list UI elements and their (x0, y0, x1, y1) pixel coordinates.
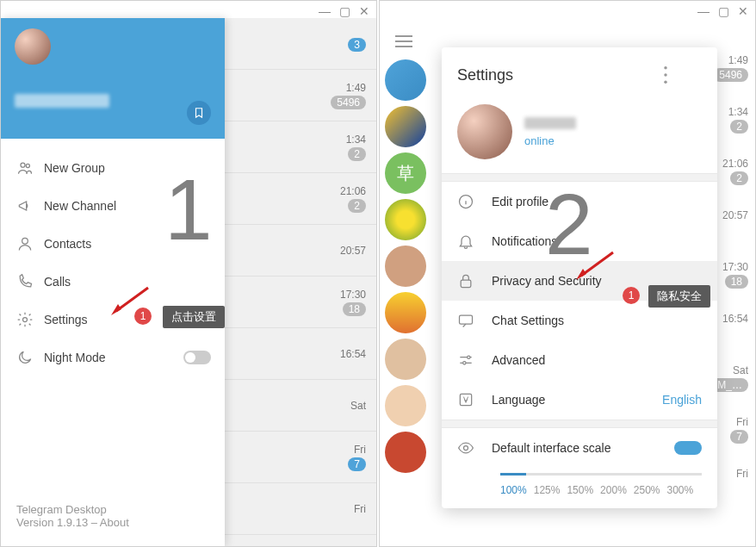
profile-section[interactable]: online (442, 96, 717, 173)
scale-toggle[interactable] (674, 441, 702, 455)
svg-rect-10 (460, 315, 473, 324)
chat-avatar[interactable] (385, 292, 426, 333)
user-name (15, 94, 109, 108)
chat-time: 17:30 (340, 289, 366, 301)
svg-point-6 (664, 73, 667, 77)
interface-scale-item[interactable]: Default interface scale (442, 428, 717, 468)
maximize-button[interactable]: ▢ (339, 4, 350, 18)
settings-item-lang[interactable]: LanguageEnglish (442, 380, 717, 420)
chat-time: 1:34 (728, 106, 748, 118)
svg-point-1 (26, 164, 29, 167)
eye-icon (457, 439, 492, 457)
settings-label: Edit profile (492, 195, 548, 208)
chat-avatar[interactable] (385, 339, 426, 380)
chat-time: 16:54 (722, 313, 748, 325)
svg-point-12 (463, 362, 466, 364)
chat-time: 20:57 (722, 209, 748, 221)
settings-item-adv[interactable]: Advanced (442, 340, 717, 380)
settings-label: Chat Settings (492, 314, 564, 327)
unread-badge: 5496 (713, 68, 748, 82)
scale-option[interactable]: 125% (534, 484, 561, 496)
chat-time: Fri (354, 503, 366, 515)
chat-avatar[interactable] (385, 385, 426, 426)
chat-time: Fri (354, 444, 366, 456)
chat-avatar[interactable] (385, 246, 426, 287)
unread-badge: 7 (730, 430, 748, 444)
chat-meta-column: 1:4954961:34221:06220:5717:301816:54SatK… (712, 54, 748, 519)
profile-avatar (457, 104, 512, 159)
chat-time: Fri (736, 468, 748, 480)
chat-time: 21:06 (340, 185, 366, 197)
more-button[interactable] (654, 63, 678, 87)
lock-icon (457, 272, 492, 289)
pane-1: — ▢ ✕ code to anyone, eve…3rificación. E… (0, 0, 377, 547)
chat-time: 17:30 (722, 261, 748, 273)
close-icon (678, 63, 702, 87)
scale-option[interactable]: 150% (567, 484, 593, 496)
settings-label: Privacy and Security (492, 274, 602, 288)
chat-avatar[interactable] (385, 59, 426, 101)
menu-item-night-mode[interactable]: Night Mode (1, 339, 225, 376)
app-name: Telegram Desktop (16, 503, 209, 516)
user-avatar[interactable] (15, 28, 51, 65)
close-settings-button[interactable] (678, 63, 702, 87)
menu-label: Contacts (44, 237, 91, 251)
scale-slider[interactable] (500, 473, 702, 476)
unread-badge: 18 (343, 302, 366, 316)
annotation-step-1: 1 (164, 160, 213, 259)
chat-avatar[interactable] (385, 432, 426, 473)
maximize-button[interactable]: ▢ (718, 4, 729, 18)
window-controls: — ▢ ✕ (319, 4, 369, 18)
close-button[interactable]: ✕ (738, 4, 748, 18)
svg-point-7 (664, 80, 667, 84)
chat-time: 16:54 (340, 348, 366, 360)
scale-option[interactable]: 300% (667, 484, 694, 496)
menu-label: Night Mode (44, 351, 106, 364)
chat-avatars: 草 (380, 54, 433, 546)
more-vertical-icon (654, 63, 678, 87)
app-version[interactable]: Version 1.9.13 – About (16, 516, 209, 529)
chat-time: Fri (736, 416, 748, 428)
scale-option[interactable]: 200% (600, 484, 627, 496)
menu-item-calls[interactable]: Calls (1, 263, 225, 301)
chat-time: 1:34 (346, 134, 366, 146)
close-button[interactable]: ✕ (359, 4, 369, 18)
megaphone-icon (16, 197, 44, 214)
scale-options: 100%125%150%200%250%300% (442, 481, 717, 496)
chat-meta: 1:342 (712, 106, 748, 158)
group-icon (16, 159, 44, 177)
chat-meta: 16:54 (712, 313, 748, 364)
sidebar-header (1, 18, 225, 139)
minimize-button[interactable]: — (319, 4, 331, 18)
minimize-button[interactable]: — (697, 4, 710, 18)
chat-avatar[interactable] (385, 106, 426, 147)
profile-status: online (524, 134, 576, 147)
unread-badge: 2 (348, 199, 366, 213)
annotation-badge-2: 1 (623, 287, 640, 304)
unread-badge: 2 (348, 147, 366, 161)
unread-badge: 3 (348, 38, 366, 52)
saved-messages-button[interactable] (187, 101, 211, 125)
scale-option[interactable]: 100% (500, 484, 527, 496)
scale-option[interactable]: 250% (634, 484, 660, 496)
divider (442, 420, 717, 428)
hamburger-menu-button[interactable] (395, 32, 412, 51)
chat-meta: Fri7 (712, 416, 748, 468)
chat-meta: SatKM_… (712, 364, 748, 416)
language-icon (457, 391, 492, 408)
svg-rect-9 (461, 280, 471, 287)
chat-meta: 21:062 (712, 158, 748, 209)
unread-badge: 2 (730, 171, 748, 185)
night-mode-toggle[interactable] (183, 351, 211, 364)
settings-panel: Settings online Edit profileNotification… (442, 47, 717, 508)
svg-point-11 (468, 356, 470, 358)
chat-time: Sat (733, 364, 748, 376)
chat-avatar[interactable]: 草 (385, 152, 426, 194)
svg-point-5 (664, 66, 667, 70)
scale-label: Default interface scale (492, 441, 611, 455)
chat-meta: 20:57 (712, 209, 748, 261)
chat-avatar[interactable] (385, 199, 426, 240)
annotation-step-2: 2 (545, 175, 593, 274)
profile-name (524, 117, 576, 129)
settings-label: Advanced (492, 353, 545, 367)
